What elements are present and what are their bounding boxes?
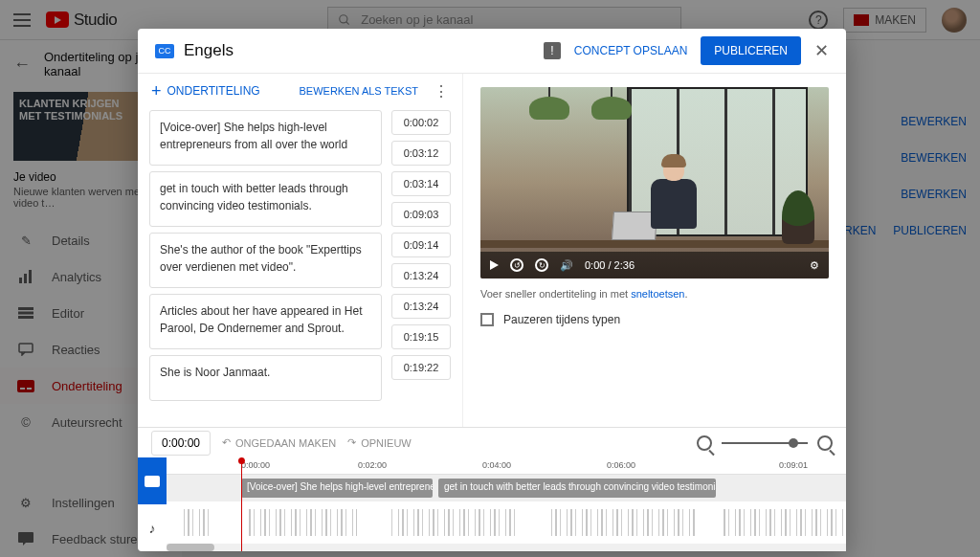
undo-button[interactable]: ↶ ONGEDAAN MAKEN [222, 436, 336, 449]
dialog-title: Engels [184, 41, 234, 60]
caption-in-time[interactable]: 0:19:22 [391, 355, 451, 380]
caption-in-time[interactable]: 0:03:14 [391, 171, 451, 196]
redo-icon: ↷ [347, 436, 356, 449]
caption-track[interactable]: [Voice-over] She helps high-level entrep… [167, 475, 846, 501]
dialog-header: CC Engels ! CONCEPT OPSLAAN PUBLICEREN ✕ [138, 29, 846, 73]
caption-track-toggle[interactable] [138, 457, 167, 504]
timeline-ruler[interactable]: 0:00:000:02:000:04:000:06:000:09:01 [167, 457, 846, 475]
ruler-tick: 0:09:01 [779, 460, 808, 470]
rewind-icon[interactable]: ↺ [510, 258, 523, 272]
caption-text-input[interactable]: She is Noor Janmaat. [149, 355, 382, 401]
caption-out-time[interactable]: 0:09:03 [391, 202, 451, 227]
close-icon[interactable]: ✕ [814, 40, 829, 61]
save-draft-button[interactable]: CONCEPT OPSLAAN [574, 44, 687, 57]
caption-segment[interactable]: get in touch with better leads through c… [438, 479, 716, 498]
caption-row: She's the author of the book "Experttips… [149, 233, 451, 288]
zoom-slider[interactable] [722, 442, 808, 444]
caption-text-input[interactable]: She's the author of the book "Experttips… [149, 233, 382, 288]
zoom-out-icon[interactable] [697, 435, 712, 451]
play-icon[interactable] [490, 260, 499, 270]
caption-row: Articles about her have appeared in Het … [149, 294, 451, 349]
warning-icon[interactable]: ! [544, 42, 561, 59]
caption-text-input[interactable]: Articles about her have appeared in Het … [149, 294, 382, 349]
caption-out-time[interactable]: 0:13:24 [391, 263, 451, 288]
forward-icon[interactable]: ↻ [535, 258, 548, 272]
pause-checkbox[interactable] [480, 313, 494, 326]
audio-track-toggle[interactable]: ♪ [138, 504, 167, 551]
caption-editor-pane: + ONDERTITELING BEWERKEN ALS TEKST ⋮ [Vo… [138, 74, 463, 427]
zoom-in-icon[interactable] [817, 435, 833, 451]
publish-button[interactable]: PUBLICEREN [701, 36, 801, 65]
volume-icon[interactable]: 🔊 [560, 259, 573, 272]
edit-as-text-button[interactable]: BEWERKEN ALS TEKST [299, 85, 418, 97]
subtitles-icon: CC [155, 44, 174, 58]
music-note-icon: ♪ [149, 521, 156, 536]
caption-row: She is Noor Janmaat.0:19:22 [149, 355, 451, 401]
timeline-panel: 0:00:00 ↶ ONGEDAAN MAKEN ↷ OPNIEUW ♪ [138, 427, 846, 551]
pause-label: Pauzeren tijdens typen [503, 313, 620, 326]
preview-pane: ↺ ↻ 🔊 0:00 / 2:36 ⚙ Voer sneller onderti… [463, 74, 846, 427]
ruler-tick: 0:06:00 [607, 460, 635, 470]
video-controls: ↺ ↻ 🔊 0:00 / 2:36 ⚙ [480, 252, 829, 278]
shortcut-tip: Voer sneller ondertiteling in met snelto… [480, 288, 829, 300]
shortcuts-link[interactable]: sneltoetsen [631, 288, 684, 300]
caption-in-time[interactable]: 0:13:24 [391, 294, 451, 319]
caption-row: [Voice-over] She helps high-level entrep… [149, 110, 451, 166]
caption-in-time[interactable]: 0:00:02 [391, 110, 451, 135]
gear-icon[interactable]: ⚙ [810, 259, 819, 272]
add-subtitle-button[interactable]: + ONDERTITELING [151, 81, 260, 101]
plus-icon: + [151, 81, 162, 101]
kebab-icon[interactable]: ⋮ [434, 82, 449, 100]
video-frame-illustration [480, 87, 829, 278]
ruler-tick: 0:04:00 [482, 460, 511, 470]
caption-text-input[interactable]: get in touch with better leads through c… [149, 171, 382, 227]
audio-waveform[interactable] [167, 501, 846, 544]
playhead[interactable] [241, 457, 242, 551]
caption-list: [Voice-over] She helps high-level entrep… [138, 108, 462, 427]
subtitle-editor-dialog: CC Engels ! CONCEPT OPSLAAN PUBLICEREN ✕… [138, 29, 846, 551]
ruler-tick: 0:02:00 [358, 460, 387, 470]
caption-out-time[interactable]: 0:03:12 [391, 141, 451, 166]
caption-text-input[interactable]: [Voice-over] She helps high-level entrep… [149, 110, 382, 166]
current-time-input[interactable]: 0:00:00 [151, 431, 211, 456]
caption-in-time[interactable]: 0:09:14 [391, 233, 451, 257]
undo-icon: ↶ [222, 436, 231, 449]
ruler-tick: 0:00:00 [241, 460, 270, 470]
cc-icon [145, 476, 160, 487]
video-preview[interactable]: ↺ ↻ 🔊 0:00 / 2:36 ⚙ [480, 87, 829, 278]
redo-button[interactable]: ↷ OPNIEUW [347, 436, 412, 449]
timeline-scrollbar[interactable] [167, 544, 846, 551]
video-time-display: 0:00 / 2:36 [585, 259, 635, 271]
caption-row: get in touch with better leads through c… [149, 171, 451, 227]
caption-segment[interactable]: [Voice-over] She helps high-level entrep… [241, 479, 433, 498]
caption-out-time[interactable]: 0:19:15 [391, 324, 451, 349]
